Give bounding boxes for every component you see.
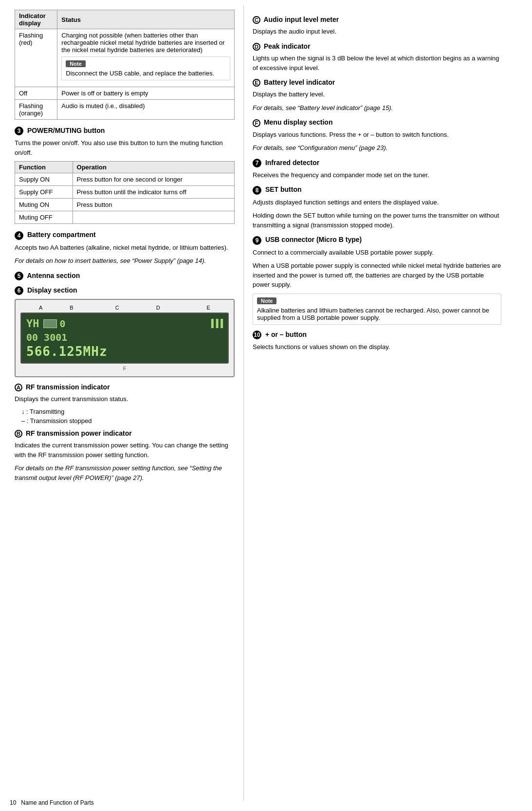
section7-title: Infrared detector [265, 159, 319, 166]
section8-number: 8 [253, 186, 261, 195]
display-box-icon [43, 319, 57, 328]
section10-title: + or – button [265, 331, 307, 338]
sectionD-title: Peak indicator [264, 42, 311, 50]
sectionE-desc: Displays the battery level. [253, 90, 501, 99]
display-labels: A B C D E [20, 305, 229, 311]
indicator-col-header: Indicator display [15, 10, 57, 29]
sectionC-title: Audio input level meter [263, 16, 339, 23]
sectionB-title: RF transmission power indicator [26, 429, 132, 437]
function-cell: Supply OFF [15, 186, 73, 199]
section5-number: 5 [15, 272, 23, 280]
sectionD-desc: Lights up when the signal is 3 dB below … [253, 54, 501, 73]
operation-cell: Press button for one second or longer [73, 173, 234, 186]
page-number: 10 [10, 799, 16, 806]
display-yh: YH [26, 317, 39, 330]
function-table: Function Operation Supply ON Press butto… [15, 161, 235, 224]
status-cell: Charging not possible (when batteries ot… [57, 29, 235, 87]
sectionD-heading: D Peak indicator [253, 42, 501, 51]
sectionF-desc: Displays various functions. Press the + … [253, 130, 501, 140]
display-freq: 566.125MHz [26, 344, 223, 359]
section9-title: USB connector (Micro B type) [265, 236, 362, 243]
sectionC-circle: C [253, 16, 260, 24]
section4-ref: For details on how to insert batteries, … [15, 256, 235, 266]
table-row: Supply OFF Press button until the indica… [15, 186, 235, 199]
section7-number: 7 [253, 159, 261, 167]
function-cell: Muting ON [15, 199, 73, 211]
note-label: Note [66, 60, 85, 67]
sectionD-circle: D [253, 43, 260, 51]
sectionB-heading: B RF transmission power indicator [15, 429, 235, 438]
label-C: C [115, 305, 119, 311]
label-B: B [70, 305, 73, 311]
left-column: Indicator display Status Flashing (red) … [0, 5, 243, 801]
sectionC-heading: C Audio input level meter [253, 16, 501, 24]
section6-number: 6 [15, 286, 23, 295]
section5-title: Antenna section [27, 272, 80, 279]
sectionC-desc: Displays the audio input level. [253, 27, 501, 37]
sectionF-heading: F Menu display section [253, 118, 501, 127]
table-row: Supply ON Press button for one second or… [15, 173, 235, 186]
note-box: Note Disconnect the USB cable, and repla… [61, 56, 230, 80]
sectionE-title: Battery level indicator [264, 78, 335, 86]
sectionF-title: Menu display section [264, 118, 333, 126]
section4-desc: Accepts two AA batteries (alkaline, nick… [15, 243, 235, 253]
page-footer: 10 Name and Function of Parts [10, 799, 94, 806]
function-col-header: Function [15, 162, 73, 173]
section8-title: SET button [265, 185, 302, 193]
table-row: Off Power is off or battery is empty [15, 87, 235, 100]
sectionA-heading: A RF transmission indicator [15, 383, 235, 391]
status-cell: Audio is muted (i.e., disabled) [57, 100, 235, 120]
sectionA-bullet1: ↓ : Transmitting [21, 408, 235, 415]
section7-desc: Receives the frequency and compander mod… [253, 170, 501, 180]
function-cell: Supply ON [15, 173, 73, 186]
sectionA-title: RF transmission indicator [26, 383, 110, 391]
sectionF-ref: For details, see “Configuration menu” (p… [253, 143, 501, 153]
section10-number: 10 [253, 331, 261, 339]
display-screen: YH 0 ▐▐▐ 00 3001 566.125MHz [20, 313, 229, 364]
section3-number: 3 [15, 127, 23, 135]
section4-heading: 4 Battery compartment [15, 231, 235, 240]
display-f-label: F [20, 366, 229, 371]
section4-title: Battery compartment [27, 231, 96, 239]
display-row1: YH 0 ▐▐▐ [26, 317, 223, 330]
sectionA-bullet2: – : Transmission stopped [21, 417, 235, 424]
table-row: Muting ON Press button [15, 199, 235, 211]
label-D: D [156, 305, 160, 311]
status-col-header: Status [57, 10, 235, 29]
sectionE-circle: E [253, 79, 260, 87]
indicator-cell: Flashing (red) [15, 29, 57, 87]
sectionB-desc: Indicates the current transmission power… [15, 441, 235, 460]
section9-note-text: Alkaline batteries and lithium batteries… [257, 307, 497, 321]
table-row: Muting OFF [15, 211, 235, 224]
sectionB-ref: For details on the RF transmission power… [15, 463, 235, 482]
section6-heading: 6 Display section [15, 286, 235, 295]
section3-heading: 3 POWER/MUTING button [15, 127, 235, 135]
section8-desc1: Adjusts displayed function settings and … [253, 198, 501, 207]
section9-note-label: Note [257, 297, 276, 304]
operation-cell [73, 211, 234, 224]
sectionB-circle: B [15, 430, 22, 438]
section5-heading: 5 Antenna section [15, 272, 235, 280]
note-text: Disconnect the USB cable, and replace th… [66, 70, 226, 77]
section3-title: POWER/MUTING button [27, 127, 105, 134]
display-zero-icon: 0 [60, 318, 66, 330]
table-row: Flashing (orange) Audio is muted (i.e., … [15, 100, 235, 120]
operation-cell: Press button [73, 199, 234, 211]
section9-number: 9 [253, 236, 261, 245]
indicator-cell: Off [15, 87, 57, 100]
label-E: E [207, 305, 210, 311]
label-A: A [39, 305, 42, 311]
sectionA-circle: A [15, 384, 22, 391]
section9-note-box: Note Alkaline batteries and lithium batt… [253, 294, 501, 325]
right-column: C Audio input level meter Displays the a… [243, 5, 516, 801]
section8-heading: 8 SET button [253, 185, 501, 194]
status-cell: Power is off or battery is empty [57, 87, 235, 100]
sectionE-ref: For details, see “Battery level indicato… [253, 103, 501, 113]
indicator-cell: Flashing (orange) [15, 100, 57, 120]
sectionF-circle: F [253, 119, 260, 127]
indicator-table: Indicator display Status Flashing (red) … [15, 10, 235, 120]
section9-desc2: When a USB portable power supply is conn… [253, 261, 501, 290]
display-ch: 00 3001 [26, 332, 223, 343]
section6-title: Display section [27, 286, 77, 294]
section9-desc1: Connect to a commercially available USB … [253, 248, 501, 258]
